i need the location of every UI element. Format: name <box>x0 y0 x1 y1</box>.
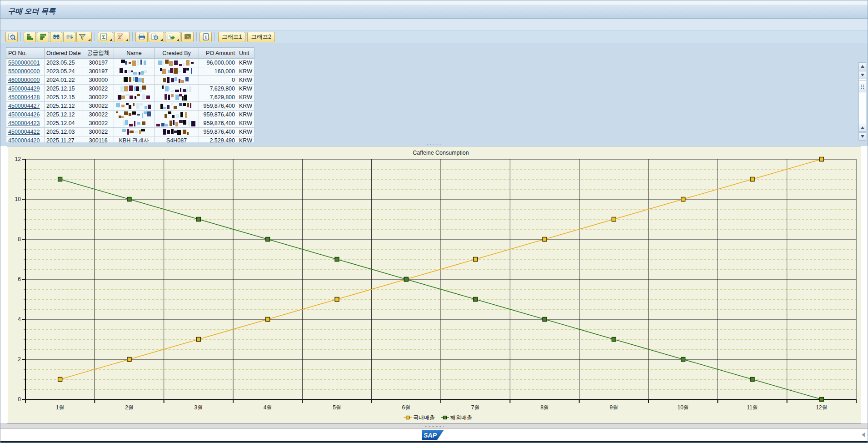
scroll-up-button[interactable] <box>858 62 866 70</box>
x-axis-label: 2월 <box>125 404 134 411</box>
legend-marker <box>443 416 446 419</box>
sort-descending-button[interactable] <box>37 32 49 42</box>
po-number-cell[interactable]: 4500004422 <box>6 128 45 136</box>
export-button[interactable] <box>165 32 180 42</box>
find-icon <box>52 33 60 41</box>
page-down-button[interactable] <box>858 132 866 141</box>
po-amount-cell: 7,629,800 <box>199 93 237 102</box>
po-number-link[interactable]: 4500004427 <box>8 103 40 109</box>
find-button[interactable] <box>50 32 62 42</box>
data-point-marker <box>335 297 339 302</box>
y-axis-label: 8 <box>18 236 21 242</box>
sort-ascending-icon <box>26 33 34 41</box>
y-axis-label: 4 <box>18 316 21 322</box>
page-up-button[interactable] <box>858 124 866 132</box>
name-cell <box>114 102 154 111</box>
table-row[interactable]: 45000044222025.12.03300022959,876,400KRW <box>6 128 254 136</box>
po-number-cell[interactable]: 4500004429 <box>6 85 45 93</box>
top-strip <box>0 0 868 5</box>
po-number-cell[interactable]: 4500004427 <box>6 102 45 111</box>
table-row[interactable]: 45000044202025.11.27300116KBH 관계사S4H0872… <box>6 136 254 143</box>
column-header-7[interactable]: Unit <box>237 48 254 59</box>
table-view-button[interactable] <box>181 32 194 42</box>
detail-button[interactable] <box>5 32 18 42</box>
po-number-link[interactable]: 4500004429 <box>8 86 40 92</box>
table-row[interactable]: 45000044272025.12.12300022959,876,400KRW <box>6 102 254 111</box>
ordered-date-cell: 2025.12.03 <box>45 128 83 136</box>
column-header-3[interactable]: 공급업체 <box>83 48 114 59</box>
created-by-cell <box>155 85 199 93</box>
po-number-link[interactable]: 4500004420 <box>8 137 40 142</box>
po-number-cell[interactable]: 4500004420 <box>6 136 45 143</box>
alv-toolbar: ΣΣi그래프1그래프2 <box>0 30 868 43</box>
po-number-cell[interactable]: 4600000000 <box>6 76 45 85</box>
toolbar-separator <box>215 32 215 41</box>
table-row[interactable]: 45000044282025.12.153000227,629,800KRW <box>6 93 254 102</box>
splitter-handle[interactable] <box>426 143 442 145</box>
column-header-1[interactable]: PO No. <box>6 48 45 59</box>
table-row[interactable]: 45000044232025.12.04300022959,876,400KRW <box>6 119 254 128</box>
print-preview-button[interactable] <box>149 32 164 42</box>
po-number-cell[interactable]: 4500004423 <box>6 119 45 128</box>
x-axis-label: 3월 <box>194 404 203 411</box>
supplier-cell: 300022 <box>83 119 114 128</box>
column-header-2[interactable]: Ordered Date <box>45 48 83 59</box>
sum-button[interactable]: Σ <box>98 32 113 42</box>
splitter-handle[interactable] <box>424 425 444 428</box>
table-row[interactable]: 45000044262025.12.12300022959,876,400KRW <box>6 111 254 119</box>
data-point-marker <box>474 297 478 302</box>
po-number-link[interactable]: 4500004428 <box>8 94 40 101</box>
print-button[interactable] <box>135 32 148 42</box>
po-number-link[interactable]: 4500004426 <box>8 111 40 118</box>
po-number-link[interactable]: 5500000001 <box>8 60 40 66</box>
po-number-link[interactable]: 4600000000 <box>8 77 40 83</box>
po-number-link[interactable]: 4500004422 <box>8 129 40 135</box>
redacted-content <box>116 111 152 118</box>
table-row[interactable]: 55000000012023.05.2530019796,000,000KRW <box>6 59 254 67</box>
unit-cell: KRW <box>237 102 254 111</box>
y-axis-label: 0 <box>18 396 21 403</box>
sort-ascending-button[interactable] <box>24 32 36 42</box>
top-splitter <box>0 142 868 146</box>
supplier-cell: 300197 <box>83 67 114 76</box>
redacted-content <box>116 68 152 75</box>
scroll-down-button[interactable] <box>858 71 866 79</box>
x-axis-label: 7월 <box>471 404 480 411</box>
graph2-button[interactable]: 그래프2 <box>247 32 274 42</box>
po-number-cell[interactable]: 5500000001 <box>6 59 45 67</box>
column-header-6[interactable]: PO Amount <box>199 48 237 59</box>
find-next-button[interactable] <box>63 32 75 42</box>
svg-text:SAP: SAP <box>424 432 437 439</box>
table-row[interactable]: 46000000002024.01.223000000KRW <box>6 76 254 85</box>
data-point-marker <box>335 257 339 262</box>
y-axis-label: 10 <box>15 196 21 202</box>
po-number-cell[interactable]: 5500000000 <box>6 67 45 76</box>
x-axis-label: 11월 <box>747 404 758 411</box>
filter-button[interactable] <box>76 32 92 42</box>
column-header-4[interactable]: Name <box>114 48 154 59</box>
po-number-link[interactable]: 5500000000 <box>8 68 40 75</box>
po-number-cell[interactable]: 4500004428 <box>6 93 45 102</box>
unit-cell: KRW <box>237 59 254 67</box>
y-axis-label: 12 <box>15 156 21 162</box>
ordered-date-cell: 2025.12.15 <box>45 85 83 93</box>
table-row[interactable]: 45000044292025.12.153000227,629,800KRW <box>6 85 254 93</box>
graph1-button[interactable]: 그래프1 <box>218 32 245 42</box>
redacted-content <box>116 120 152 126</box>
po-amount-cell: 959,876,400 <box>199 119 237 128</box>
legend-label: 국내매출 <box>413 414 435 421</box>
column-header-5[interactable]: Created By <box>155 48 199 59</box>
collapse-arrow-icon[interactable] <box>862 433 865 437</box>
info-button[interactable]: i <box>200 32 212 42</box>
po-number-link[interactable]: 4500004423 <box>8 120 40 126</box>
footer: SAP <box>0 429 868 441</box>
subtotal-button[interactable]: Σ <box>114 32 130 42</box>
arrow-up-icon <box>861 126 864 129</box>
sap-logo: SAP <box>422 430 444 440</box>
po-number-cell[interactable]: 4500004426 <box>6 111 45 119</box>
scrollbar-thumb[interactable] <box>858 81 866 92</box>
table-vertical-scrollbar[interactable] <box>858 62 866 141</box>
name-cell <box>114 59 154 67</box>
table-row[interactable]: 55000000002023.05.24300197160,000KRW <box>6 67 254 76</box>
ordered-date-cell: 2024.01.22 <box>45 76 83 85</box>
